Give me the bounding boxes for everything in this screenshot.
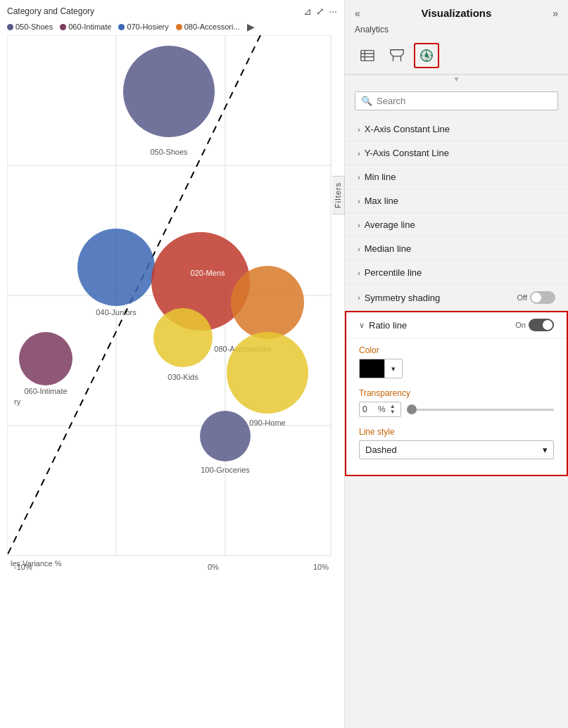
legend-dot-intimate xyxy=(60,24,66,30)
legend-dot-shoes xyxy=(7,24,13,30)
ratio-line-toggle-switch[interactable] xyxy=(529,319,554,331)
expand-icon[interactable]: ⤢ xyxy=(316,6,324,17)
analytics-item-symmetry-shading[interactable]: › Symmetry shading Off xyxy=(345,285,568,311)
color-swatch[interactable] xyxy=(359,359,384,378)
filter-icon[interactable]: ⊿ xyxy=(303,6,312,17)
color-dropdown-button[interactable]: ▾ xyxy=(384,359,403,378)
toggle-knob xyxy=(531,293,541,302)
table-icon[interactable] xyxy=(355,43,380,68)
legend-item-intimate: 060-Intimate xyxy=(60,23,111,31)
legend-dot-hosiery xyxy=(118,24,125,30)
collapse-left[interactable]: « xyxy=(355,8,360,19)
percent-input-box: % ▲ ▼ xyxy=(359,402,401,417)
symmetry-toggle[interactable]: Off xyxy=(517,291,555,304)
format-icon[interactable] xyxy=(384,43,410,68)
analytics-item-y-axis[interactable]: › Y-Axis Constant Line xyxy=(345,141,568,165)
legend-dot-accessories xyxy=(176,24,182,30)
symmetry-toggle-switch[interactable] xyxy=(530,291,555,304)
item-label: Symmetry shading xyxy=(365,293,441,303)
legend-label-shoes: 050-Shoes xyxy=(15,23,53,31)
more-icon[interactable]: ··· xyxy=(329,6,337,17)
svg-text:les Variance %: les Variance % xyxy=(11,559,62,568)
legend-more[interactable]: ▶ xyxy=(247,21,255,32)
item-label: Average line xyxy=(365,219,415,230)
legend-item-shoes: 050-Shoes xyxy=(7,23,53,31)
chevron-icon: › xyxy=(358,149,360,158)
line-style-row: Line style Dashed ▾ xyxy=(359,427,554,459)
svg-point-29 xyxy=(425,54,428,57)
item-label: Median line xyxy=(365,243,412,254)
svg-text:040-Juniors: 040-Juniors xyxy=(96,308,137,317)
filters-tab[interactable]: Filters xyxy=(332,176,345,215)
line-style-value: Dashed xyxy=(365,445,397,455)
analytics-item-min-line[interactable]: › Min line xyxy=(345,165,568,189)
ratio-line-section: ∨ Ratio line On Color ▾ xyxy=(345,311,568,476)
chevron-icon: › xyxy=(358,125,360,134)
transparency-input[interactable] xyxy=(362,404,378,414)
line-style-select[interactable]: Dashed ▾ xyxy=(359,440,554,459)
ratio-settings: Color ▾ Transparency % ▲ xyxy=(346,338,567,475)
percent-label: % xyxy=(378,404,386,414)
analytics-item-median-line[interactable]: › Median line xyxy=(345,237,568,261)
chevron-icon: › xyxy=(358,245,360,253)
chart-title: Category and Category xyxy=(7,6,94,16)
chevron-down-icon: ∨ xyxy=(359,321,365,330)
item-label: Percentile line xyxy=(365,267,422,278)
dropdown-arrow-icon: ▾ xyxy=(391,364,396,373)
chevron-icon: › xyxy=(358,269,360,277)
stepper-down[interactable]: ▼ xyxy=(389,409,397,415)
toggle-off-label: Off xyxy=(517,293,527,302)
toggle-on-label: On xyxy=(515,321,526,329)
legend-label-intimate: 060-Intimate xyxy=(68,23,111,31)
analytics-item-x-axis[interactable]: › X-Axis Constant Line xyxy=(345,117,568,141)
svg-text:020-Mens: 020-Mens xyxy=(191,269,225,277)
chart-area: 050-Shoes 040-Juniors 020-Mens 080-Acces… xyxy=(0,35,345,682)
svg-text:090-Home: 090-Home xyxy=(249,419,285,427)
analytics-item-average-line[interactable]: › Average line xyxy=(345,213,568,237)
legend-item-accessories: 080-Accessori... xyxy=(176,23,240,31)
bubble-intimate[interactable] xyxy=(19,332,72,385)
item-label: X-Axis Constant Line xyxy=(365,124,450,134)
bubble-juniors[interactable] xyxy=(77,229,155,306)
transparency-slider[interactable] xyxy=(407,409,554,411)
chevron-right-icon[interactable]: » xyxy=(553,8,558,19)
color-picker-row: ▾ xyxy=(359,359,554,378)
legend-label-accessories: 080-Accessori... xyxy=(184,23,240,31)
bubble-accessories[interactable] xyxy=(231,266,304,339)
ratio-line-label: Ratio line xyxy=(369,320,407,331)
bubble-kids[interactable] xyxy=(153,308,213,367)
toggle-knob xyxy=(543,320,553,330)
slider-knob[interactable] xyxy=(407,404,417,414)
ratio-line-header[interactable]: ∨ Ratio line On xyxy=(346,312,567,338)
viz-header: « Visualizations » xyxy=(345,0,568,23)
analytics-item-max-line[interactable]: › Max line xyxy=(345,189,568,213)
analytics-list: › X-Axis Constant Line › Y-Axis Constant… xyxy=(345,115,568,728)
analytics-item-percentile-line[interactable]: › Percentile line xyxy=(345,261,568,285)
expand-right[interactable]: » xyxy=(553,8,558,19)
bubble-home[interactable] xyxy=(227,332,308,414)
analytics-label: Analytics xyxy=(345,23,568,39)
chevron-icon: › xyxy=(358,293,360,302)
analytics-icon[interactable] xyxy=(414,43,439,68)
bubble-shoes[interactable] xyxy=(123,46,215,137)
legend-item-hosiery: 070-Hosiery xyxy=(118,23,168,31)
ratio-line-toggle[interactable]: On xyxy=(515,319,554,331)
chevron-left-icon[interactable]: « xyxy=(355,8,360,19)
svg-text:100-Groceries: 100-Groceries xyxy=(201,466,250,474)
indicator-arrow: ▼ xyxy=(345,75,568,83)
search-box[interactable]: 🔍 xyxy=(355,91,558,110)
icon-toolbar xyxy=(345,39,568,75)
svg-text:ry: ry xyxy=(14,397,21,406)
chart-header-icons: ⊿ ⤢ ··· xyxy=(303,6,337,17)
search-input[interactable] xyxy=(377,96,552,106)
right-panel: « Visualizations » Analytics xyxy=(345,0,568,728)
chart-panel: Category and Category ⊿ ⤢ ··· 050-Shoes … xyxy=(0,0,345,728)
item-label: Max line xyxy=(365,196,398,206)
svg-text:030-Kids: 030-Kids xyxy=(168,373,198,381)
svg-text:0%: 0% xyxy=(208,563,219,571)
bubble-groceries[interactable] xyxy=(200,411,251,461)
transparency-row: Transparency % ▲ ▼ xyxy=(359,388,554,417)
chart-svg: 050-Shoes 040-Juniors 020-Mens 080-Acces… xyxy=(7,35,338,626)
stepper-buttons: ▲ ▼ xyxy=(389,404,397,415)
transparency-label: Transparency xyxy=(359,388,554,398)
